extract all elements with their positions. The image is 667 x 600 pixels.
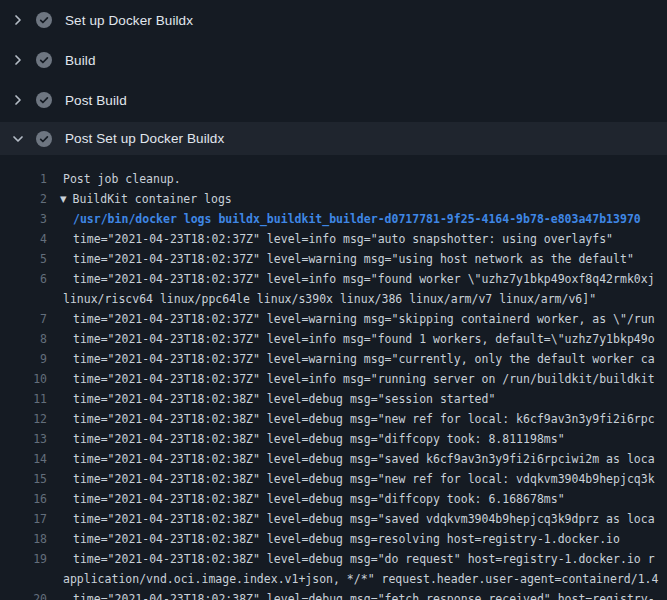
- chevron-right-icon[interactable]: [10, 12, 26, 28]
- log-line-number[interactable]: [0, 289, 47, 309]
- check-circle-icon: [36, 12, 52, 28]
- log-line: 19 time="2021-04-23T18:02:38Z" level=deb…: [0, 549, 667, 569]
- log-line-text: time="2021-04-23T18:02:38Z" level=debug …: [73, 452, 655, 466]
- log-line: 5 time="2021-04-23T18:02:37Z" level=warn…: [0, 249, 667, 269]
- log-line: 3 /usr/bin/docker logs buildx_buildkit_b…: [0, 209, 667, 229]
- check-circle-icon: [36, 52, 52, 68]
- log-line: 4 time="2021-04-23T18:02:37Z" level=info…: [0, 229, 667, 249]
- log-line-text: time="2021-04-23T18:02:38Z" level=debug …: [73, 432, 565, 446]
- log-line: 15 time="2021-04-23T18:02:38Z" level=deb…: [0, 469, 667, 489]
- log-line-number[interactable]: 3: [0, 209, 47, 229]
- actions-log-viewer: Set up Docker Buildx Build Post Build: [0, 0, 667, 600]
- log-line-text: time="2021-04-23T18:02:38Z" level=debug …: [73, 392, 495, 406]
- log-line: 13 time="2021-04-23T18:02:38Z" level=deb…: [0, 429, 667, 449]
- log-line: 20 time="2021-04-23T18:02:38Z" level=deb…: [0, 589, 667, 600]
- log-line-text: BuildKit container logs: [73, 192, 232, 206]
- log-line-text: time="2021-04-23T18:02:38Z" level=debug …: [73, 552, 655, 566]
- check-circle-icon: [36, 92, 52, 108]
- log-line-number[interactable]: 2: [0, 189, 47, 209]
- log-line: 10 time="2021-04-23T18:02:37Z" level=inf…: [0, 369, 667, 389]
- log-line-text: time="2021-04-23T18:02:38Z" level=debug …: [73, 512, 655, 526]
- log-line: 1 Post job cleanup.: [0, 169, 667, 189]
- chevron-right-icon[interactable]: [10, 92, 26, 108]
- log-line: 2 ▼BuildKit container logs: [0, 189, 667, 209]
- log-line-text: time="2021-04-23T18:02:37Z" level=info m…: [73, 272, 655, 286]
- log-line-text: application/vnd.oci.image.index.v1+json,…: [63, 572, 658, 586]
- step-section-label: Build: [65, 53, 96, 68]
- log-line-number[interactable]: 9: [0, 349, 47, 369]
- log-line: 14 time="2021-04-23T18:02:38Z" level=deb…: [0, 449, 667, 469]
- log-line: linux/riscv64 linux/ppc64le linux/s390x …: [0, 289, 667, 309]
- log-line-number[interactable]: 10: [0, 369, 47, 389]
- section-post-set-up-docker-buildx[interactable]: Post Set up Docker Buildx: [0, 122, 667, 155]
- log-line-text: linux/riscv64 linux/ppc64le linux/s390x …: [63, 292, 596, 306]
- section-build[interactable]: Build: [0, 40, 667, 80]
- log-line: 11 time="2021-04-23T18:02:38Z" level=deb…: [0, 389, 667, 409]
- log-line-text: time="2021-04-23T18:02:37Z" level=info m…: [73, 232, 613, 246]
- log-line-number[interactable]: 8: [0, 329, 47, 349]
- log-line-number[interactable]: 15: [0, 469, 47, 489]
- steps-list: Set up Docker Buildx Build Post Build: [0, 0, 667, 155]
- step-section-label: Set up Docker Buildx: [65, 13, 193, 28]
- log-line-number[interactable]: 16: [0, 489, 47, 509]
- log-line: 17 time="2021-04-23T18:02:38Z" level=deb…: [0, 509, 667, 529]
- log-line-text: time="2021-04-23T18:02:38Z" level=debug …: [73, 492, 565, 506]
- log-line-text: time="2021-04-23T18:02:37Z" level=warnin…: [73, 252, 634, 266]
- log-line-number[interactable]: 18: [0, 529, 47, 549]
- log-line-number[interactable]: 7: [0, 309, 47, 329]
- section-set-up-docker-buildx[interactable]: Set up Docker Buildx: [0, 0, 667, 40]
- log-line-number[interactable]: 13: [0, 429, 47, 449]
- log-area: 1 Post job cleanup. 2 ▼BuildKit containe…: [0, 155, 667, 600]
- log-line-number[interactable]: 6: [0, 269, 47, 289]
- step-section-label: Post Set up Docker Buildx: [65, 131, 224, 146]
- log-line-text: time="2021-04-23T18:02:37Z" level=warnin…: [73, 352, 655, 366]
- step-section-label: Post Build: [65, 93, 127, 108]
- log-line: 8 time="2021-04-23T18:02:37Z" level=info…: [0, 329, 667, 349]
- log-line-text: time="2021-04-23T18:02:38Z" level=debug …: [73, 532, 620, 546]
- chevron-down-icon[interactable]: [10, 131, 26, 147]
- log-line-text: time="2021-04-23T18:02:38Z" level=debug …: [73, 412, 655, 426]
- log-line: 12 time="2021-04-23T18:02:38Z" level=deb…: [0, 409, 667, 429]
- log-line: 9 time="2021-04-23T18:02:37Z" level=warn…: [0, 349, 667, 369]
- log-line-text: time="2021-04-23T18:02:37Z" level=warnin…: [73, 312, 655, 326]
- log-line-number[interactable]: 11: [0, 389, 47, 409]
- log-line-text: /usr/bin/docker logs buildx_buildkit_bui…: [73, 212, 641, 226]
- log-line-text: time="2021-04-23T18:02:38Z" level=debug …: [73, 472, 655, 486]
- log-line: 7 time="2021-04-23T18:02:37Z" level=warn…: [0, 309, 667, 329]
- section-post-build[interactable]: Post Build: [0, 80, 667, 120]
- log-line-text: time="2021-04-23T18:02:37Z" level=info m…: [73, 372, 655, 386]
- log-line-number[interactable]: 5: [0, 249, 47, 269]
- log-line-text: time="2021-04-23T18:02:37Z" level=info m…: [73, 332, 655, 346]
- log-line: application/vnd.oci.image.index.v1+json,…: [0, 569, 667, 589]
- log-group-toggle-icon[interactable]: ▼: [60, 189, 67, 209]
- log-line-number[interactable]: 19: [0, 549, 47, 569]
- log-line-number[interactable]: 17: [0, 509, 47, 529]
- log-line-text: time="2021-04-23T18:02:38Z" level=debug …: [73, 592, 655, 600]
- log-line: 18 time="2021-04-23T18:02:38Z" level=deb…: [0, 529, 667, 549]
- check-circle-icon: [36, 131, 52, 147]
- chevron-right-icon[interactable]: [10, 52, 26, 68]
- log-line-number[interactable]: 4: [0, 229, 47, 249]
- log-line-number[interactable]: [0, 569, 47, 589]
- log-line: 16 time="2021-04-23T18:02:38Z" level=deb…: [0, 489, 667, 509]
- log-line-number[interactable]: 1: [0, 169, 47, 189]
- log-line-number[interactable]: 14: [0, 449, 47, 469]
- log-line-number[interactable]: 12: [0, 409, 47, 429]
- log-line-number[interactable]: 20: [0, 589, 47, 600]
- log-line: 6 time="2021-04-23T18:02:37Z" level=info…: [0, 269, 667, 289]
- log-line-text: Post job cleanup.: [63, 172, 181, 186]
